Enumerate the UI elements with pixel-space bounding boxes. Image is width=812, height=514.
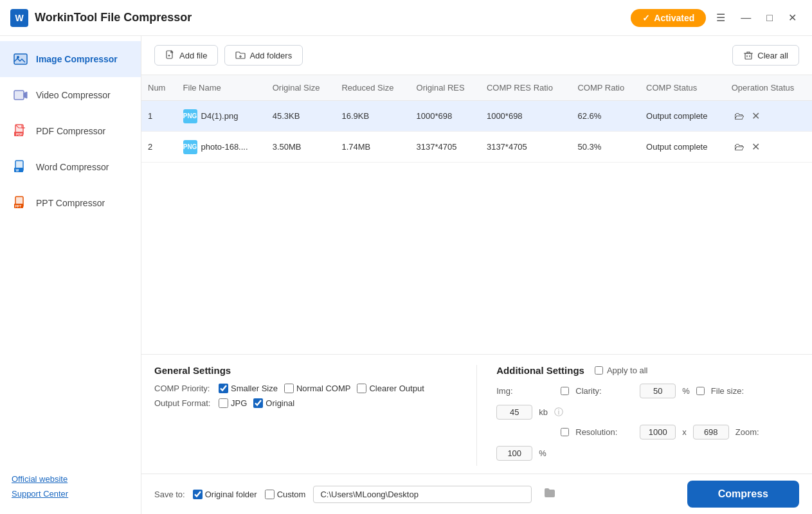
normal-comp-checkbox[interactable] bbox=[284, 384, 294, 393]
comp-priority-label: COMP Priority: bbox=[154, 384, 212, 393]
jpg-label: JPG bbox=[231, 398, 247, 408]
normal-comp-checkbox-item[interactable]: Normal COMP bbox=[284, 384, 351, 393]
official-website-link[interactable]: Official website bbox=[12, 474, 129, 484]
file-size-input[interactable] bbox=[496, 405, 532, 420]
sidebar-label-pdf: PDF Compressor bbox=[36, 126, 105, 136]
custom-checkbox[interactable] bbox=[265, 490, 275, 499]
original-folder-label: Original folder bbox=[205, 490, 257, 499]
res-width-input[interactable] bbox=[640, 425, 676, 439]
delete-op-button[interactable]: ✕ bbox=[749, 109, 762, 123]
col-comp-res-ratio: COMP RES Ratio bbox=[480, 75, 572, 101]
table-header: Num File Name Original Size Reduced Size… bbox=[141, 75, 812, 101]
content-area: Add file Add folders Clear all bbox=[141, 36, 812, 514]
svg-text:PDF: PDF bbox=[16, 132, 23, 136]
file-type-icon: PNG bbox=[183, 109, 197, 123]
svg-text:W: W bbox=[16, 168, 19, 172]
filename-text: photo-168.... bbox=[201, 142, 248, 152]
sidebar-label-ppt: PPT Compressor bbox=[36, 198, 105, 208]
apply-to-all-item[interactable]: Apply to all bbox=[595, 366, 648, 375]
clearer-output-label: Clearer Output bbox=[369, 384, 424, 393]
apply-to-all-checkbox[interactable] bbox=[595, 366, 603, 375]
original-checkbox-item[interactable]: Original bbox=[253, 398, 294, 408]
sidebar-item-pdf[interactable]: PDF PDF Compressor bbox=[0, 113, 141, 149]
smaller-size-label: Smaller Size bbox=[231, 384, 278, 393]
col-comp-ratio: COMP Ratio bbox=[571, 75, 640, 101]
smaller-size-checkbox[interactable] bbox=[219, 384, 228, 393]
clearer-output-checkbox[interactable] bbox=[357, 384, 366, 393]
sidebar-bottom: Official website Support Center bbox=[0, 464, 141, 509]
svg-rect-3 bbox=[14, 91, 24, 100]
img-checkbox[interactable] bbox=[561, 387, 569, 395]
maximize-button[interactable]: □ bbox=[761, 10, 778, 26]
resolution-label: Resolution: bbox=[575, 427, 633, 437]
svg-rect-18 bbox=[745, 53, 752, 59]
delete-op-button[interactable]: ✕ bbox=[749, 139, 762, 154]
sidebar-item-video[interactable]: Video Compressor bbox=[0, 77, 141, 113]
cell-original-res: 3137*4705 bbox=[410, 132, 480, 163]
activated-button[interactable]: ✓ Activated bbox=[631, 9, 706, 27]
activated-label: Activated bbox=[654, 13, 694, 23]
smaller-size-checkbox-item[interactable]: Smaller Size bbox=[219, 384, 278, 393]
original-folder-checkbox[interactable] bbox=[193, 490, 203, 499]
additional-header: Additional Settings Apply to all bbox=[496, 365, 799, 376]
additional-settings-title: Additional Settings bbox=[496, 365, 584, 376]
original-folder-item[interactable]: Original folder bbox=[193, 490, 257, 499]
cell-comp-res-ratio: 3137*4705 bbox=[480, 132, 572, 163]
app-title: WorkinTool File Compressor bbox=[35, 11, 192, 24]
open-folder-op-button[interactable]: 🗁 bbox=[732, 140, 747, 154]
cell-original-size: 3.50MB bbox=[266, 132, 336, 163]
sidebar: Image Compressor Video Compressor bbox=[0, 36, 141, 514]
title-left: W WorkinTool File Compressor bbox=[10, 9, 192, 27]
zoom-unit: % bbox=[539, 448, 546, 458]
custom-item[interactable]: Custom bbox=[265, 490, 306, 499]
cell-original-size: 45.3KB bbox=[266, 101, 336, 132]
clarity-input[interactable] bbox=[640, 384, 676, 398]
zoom-input[interactable] bbox=[496, 446, 532, 461]
jpg-checkbox-item[interactable]: JPG bbox=[219, 398, 247, 408]
open-folder-op-button[interactable]: 🗁 bbox=[732, 109, 747, 123]
sidebar-item-ppt[interactable]: PPT PPT Compressor bbox=[0, 185, 141, 221]
original-checkbox[interactable] bbox=[253, 398, 263, 408]
file-table-area: Num File Name Original Size Reduced Size… bbox=[141, 75, 812, 354]
img-label: Img: bbox=[496, 386, 554, 396]
cell-reduced-size: 1.74MB bbox=[335, 132, 410, 163]
zoom-label: Zoom: bbox=[735, 427, 793, 437]
cell-num: 1 bbox=[141, 101, 177, 132]
add-folders-button[interactable]: Add folders bbox=[224, 45, 303, 66]
cell-filename: PNG D4(1).png bbox=[177, 101, 266, 132]
clear-all-button[interactable]: Clear all bbox=[732, 45, 799, 66]
close-button[interactable]: ✕ bbox=[783, 9, 802, 26]
res-height-input[interactable] bbox=[693, 425, 729, 439]
cell-comp-status: Output complete bbox=[640, 101, 725, 132]
app-icon: W bbox=[10, 9, 28, 27]
table-row: 1 PNG D4(1).png 45.3KB 16.9KB 1000*698 1… bbox=[141, 101, 812, 132]
add-file-button[interactable]: Add file bbox=[154, 45, 218, 66]
sidebar-item-word[interactable]: W Word Compressor bbox=[0, 149, 141, 185]
cell-comp-ratio: 50.3% bbox=[571, 132, 640, 163]
menu-button[interactable]: ☰ bbox=[711, 9, 730, 26]
save-path-input[interactable] bbox=[313, 486, 532, 503]
minimize-button[interactable]: — bbox=[735, 10, 756, 26]
sidebar-item-image[interactable]: Image Compressor bbox=[0, 41, 141, 77]
toolbar: Add file Add folders Clear all bbox=[141, 36, 812, 75]
cell-operation: 🗁 ✕ bbox=[725, 101, 812, 132]
file-size-checkbox[interactable] bbox=[696, 387, 705, 395]
jpg-checkbox[interactable] bbox=[219, 398, 228, 408]
resolution-settings-row: Resolution: x Zoom: % bbox=[496, 425, 799, 461]
clarity-label: Clarity: bbox=[575, 386, 633, 396]
file-size-label: File size: bbox=[711, 386, 769, 396]
table-body: 1 PNG D4(1).png 45.3KB 16.9KB 1000*698 1… bbox=[141, 101, 812, 163]
col-num: Num bbox=[141, 75, 177, 101]
file-size-unit: kb bbox=[539, 407, 548, 417]
support-center-link[interactable]: Support Center bbox=[12, 489, 129, 499]
resolution-checkbox[interactable] bbox=[561, 428, 569, 436]
word-compressor-icon: W bbox=[12, 158, 30, 176]
title-bar: W WorkinTool File Compressor ✓ Activated… bbox=[0, 0, 812, 36]
compress-button[interactable]: Compress bbox=[687, 481, 799, 508]
browse-folder-button[interactable] bbox=[539, 485, 560, 504]
settings-row: General Settings COMP Priority: Smaller … bbox=[154, 365, 799, 466]
svg-text:PPT: PPT bbox=[15, 204, 22, 208]
cell-comp-res-ratio: 1000*698 bbox=[480, 101, 572, 132]
clearer-output-checkbox-item[interactable]: Clearer Output bbox=[357, 384, 424, 393]
res-x: x bbox=[682, 427, 687, 437]
